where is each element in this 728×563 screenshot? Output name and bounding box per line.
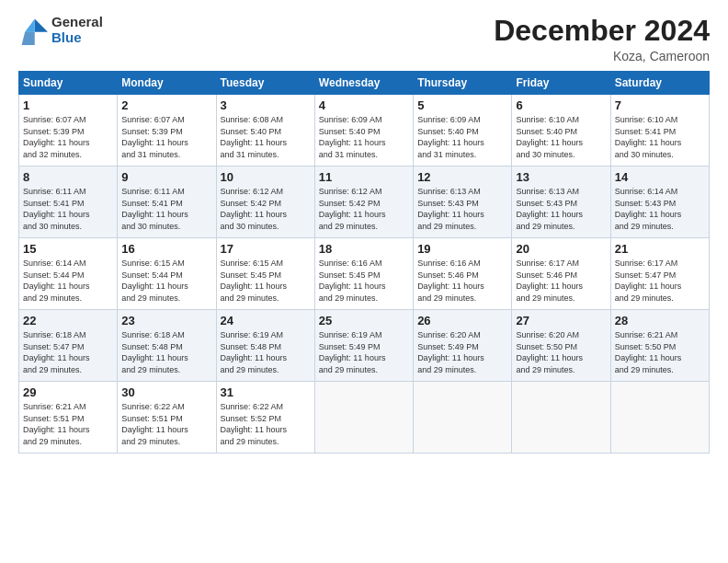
- day-info: Sunrise: 6:11 AMSunset: 5:41 PMDaylight:…: [121, 186, 211, 232]
- day-info: Sunrise: 6:14 AMSunset: 5:43 PMDaylight:…: [615, 186, 705, 232]
- calendar-cell: 19Sunrise: 6:16 AMSunset: 5:46 PMDayligh…: [414, 238, 512, 310]
- col-wednesday: Wednesday: [314, 72, 413, 95]
- col-sunday: Sunday: [19, 72, 118, 95]
- calendar-cell: 1Sunrise: 6:07 AMSunset: 5:39 PMDaylight…: [19, 95, 118, 167]
- calendar-cell: 27Sunrise: 6:20 AMSunset: 5:50 PMDayligh…: [512, 310, 610, 382]
- calendar-cell: 31Sunrise: 6:22 AMSunset: 5:52 PMDayligh…: [216, 382, 314, 454]
- calendar-cell: 25Sunrise: 6:19 AMSunset: 5:49 PMDayligh…: [314, 310, 413, 382]
- day-number: 23: [121, 314, 211, 327]
- calendar-cell: 9Sunrise: 6:11 AMSunset: 5:41 PMDaylight…: [118, 167, 216, 238]
- day-info: Sunrise: 6:15 AMSunset: 5:45 PMDaylight:…: [221, 258, 311, 304]
- svg-marker-1: [25, 18, 35, 31]
- day-info: Sunrise: 6:16 AMSunset: 5:46 PMDaylight:…: [417, 258, 507, 304]
- calendar-cell: [610, 382, 709, 454]
- location: Koza, Cameroon: [494, 49, 710, 63]
- calendar-week-row: 29Sunrise: 6:21 AMSunset: 5:51 PMDayligh…: [19, 382, 710, 454]
- calendar-cell: 18Sunrise: 6:16 AMSunset: 5:45 PMDayligh…: [314, 238, 413, 310]
- calendar-cell: 11Sunrise: 6:12 AMSunset: 5:42 PMDayligh…: [314, 167, 413, 238]
- day-number: 30: [121, 385, 211, 399]
- calendar-cell: 13Sunrise: 6:13 AMSunset: 5:43 PMDayligh…: [512, 167, 610, 238]
- day-number: 12: [417, 170, 507, 184]
- day-info: Sunrise: 6:18 AMSunset: 5:48 PMDaylight:…: [121, 329, 211, 375]
- calendar-cell: 24Sunrise: 6:19 AMSunset: 5:48 PMDayligh…: [216, 310, 314, 382]
- day-info: Sunrise: 6:17 AMSunset: 5:47 PMDaylight:…: [615, 258, 705, 304]
- calendar-week-row: 22Sunrise: 6:18 AMSunset: 5:47 PMDayligh…: [19, 310, 710, 382]
- day-info: Sunrise: 6:17 AMSunset: 5:46 PMDaylight:…: [516, 258, 606, 304]
- day-number: 7: [615, 98, 705, 112]
- day-info: Sunrise: 6:21 AMSunset: 5:51 PMDaylight:…: [23, 401, 113, 447]
- day-info: Sunrise: 6:08 AMSunset: 5:40 PMDaylight:…: [221, 114, 311, 160]
- day-info: Sunrise: 6:22 AMSunset: 5:51 PMDaylight:…: [121, 401, 211, 447]
- day-number: 2: [121, 98, 211, 112]
- col-thursday: Thursday: [414, 72, 512, 95]
- day-info: Sunrise: 6:07 AMSunset: 5:39 PMDaylight:…: [23, 114, 113, 160]
- day-number: 10: [221, 170, 311, 184]
- calendar-week-row: 8Sunrise: 6:11 AMSunset: 5:41 PMDaylight…: [19, 167, 710, 238]
- calendar-cell: 16Sunrise: 6:15 AMSunset: 5:44 PMDayligh…: [118, 238, 216, 310]
- day-number: 9: [121, 170, 211, 184]
- calendar-cell: [314, 382, 413, 454]
- calendar-cell: 10Sunrise: 6:12 AMSunset: 5:42 PMDayligh…: [216, 167, 314, 238]
- day-number: 25: [319, 314, 409, 327]
- day-number: 6: [516, 98, 606, 112]
- day-number: 16: [121, 242, 211, 256]
- day-number: 28: [615, 314, 705, 327]
- header-row: Sunday Monday Tuesday Wednesday Thursday…: [19, 72, 710, 95]
- day-number: 15: [23, 242, 113, 256]
- col-saturday: Saturday: [610, 72, 709, 95]
- day-number: 11: [319, 170, 409, 184]
- day-number: 1: [23, 98, 113, 112]
- day-info: Sunrise: 6:12 AMSunset: 5:42 PMDaylight:…: [221, 186, 311, 232]
- day-info: Sunrise: 6:20 AMSunset: 5:50 PMDaylight:…: [516, 329, 606, 375]
- day-number: 31: [221, 385, 311, 399]
- calendar-cell: 26Sunrise: 6:20 AMSunset: 5:49 PMDayligh…: [414, 310, 512, 382]
- col-tuesday: Tuesday: [216, 72, 314, 95]
- day-info: Sunrise: 6:21 AMSunset: 5:50 PMDaylight:…: [615, 329, 705, 375]
- calendar-cell: 7Sunrise: 6:10 AMSunset: 5:41 PMDaylight…: [610, 95, 709, 167]
- day-number: 3: [221, 98, 311, 112]
- calendar-cell: 17Sunrise: 6:15 AMSunset: 5:45 PMDayligh…: [216, 238, 314, 310]
- calendar-cell: 3Sunrise: 6:08 AMSunset: 5:40 PMDaylight…: [216, 95, 314, 167]
- calendar-week-row: 15Sunrise: 6:14 AMSunset: 5:44 PMDayligh…: [19, 238, 710, 310]
- logo-icon: [18, 16, 48, 45]
- day-number: 21: [615, 242, 705, 256]
- calendar-cell: 29Sunrise: 6:21 AMSunset: 5:51 PMDayligh…: [19, 382, 118, 454]
- calendar-cell: 15Sunrise: 6:14 AMSunset: 5:44 PMDayligh…: [19, 238, 118, 310]
- day-number: 5: [417, 98, 507, 112]
- calendar-cell: 2Sunrise: 6:07 AMSunset: 5:39 PMDaylight…: [118, 95, 216, 167]
- day-info: Sunrise: 6:18 AMSunset: 5:47 PMDaylight:…: [23, 329, 113, 375]
- col-monday: Monday: [118, 72, 216, 95]
- day-number: 8: [23, 170, 113, 184]
- calendar-cell: 28Sunrise: 6:21 AMSunset: 5:50 PMDayligh…: [610, 310, 709, 382]
- day-number: 19: [417, 242, 507, 256]
- calendar-cell: 14Sunrise: 6:14 AMSunset: 5:43 PMDayligh…: [610, 167, 709, 238]
- day-info: Sunrise: 6:10 AMSunset: 5:40 PMDaylight:…: [516, 114, 606, 160]
- day-info: Sunrise: 6:19 AMSunset: 5:49 PMDaylight:…: [319, 329, 409, 375]
- day-info: Sunrise: 6:13 AMSunset: 5:43 PMDaylight:…: [516, 186, 606, 232]
- calendar-week-row: 1Sunrise: 6:07 AMSunset: 5:39 PMDaylight…: [19, 95, 710, 167]
- calendar-cell: 5Sunrise: 6:09 AMSunset: 5:40 PMDaylight…: [414, 95, 512, 167]
- day-info: Sunrise: 6:15 AMSunset: 5:44 PMDaylight:…: [121, 258, 211, 304]
- day-info: Sunrise: 6:19 AMSunset: 5:48 PMDaylight:…: [221, 329, 311, 375]
- day-number: 4: [319, 98, 409, 112]
- day-info: Sunrise: 6:13 AMSunset: 5:43 PMDaylight:…: [417, 186, 507, 232]
- day-info: Sunrise: 6:12 AMSunset: 5:42 PMDaylight:…: [319, 186, 409, 232]
- svg-marker-2: [22, 31, 35, 44]
- day-info: Sunrise: 6:14 AMSunset: 5:44 PMDaylight:…: [23, 258, 113, 304]
- calendar-cell: 6Sunrise: 6:10 AMSunset: 5:40 PMDaylight…: [512, 95, 610, 167]
- logo-blue: Blue: [51, 30, 103, 46]
- calendar-cell: [414, 382, 512, 454]
- day-number: 14: [615, 170, 705, 184]
- title-area: December 2024 Koza, Cameroon: [494, 15, 710, 63]
- calendar-cell: 22Sunrise: 6:18 AMSunset: 5:47 PMDayligh…: [19, 310, 118, 382]
- calendar-cell: 23Sunrise: 6:18 AMSunset: 5:48 PMDayligh…: [118, 310, 216, 382]
- calendar-table: Sunday Monday Tuesday Wednesday Thursday…: [18, 71, 710, 454]
- day-number: 17: [221, 242, 311, 256]
- calendar-cell: [512, 382, 610, 454]
- day-info: Sunrise: 6:09 AMSunset: 5:40 PMDaylight:…: [319, 114, 409, 160]
- day-number: 18: [319, 242, 409, 256]
- logo-text: General Blue: [51, 15, 103, 45]
- day-info: Sunrise: 6:20 AMSunset: 5:49 PMDaylight:…: [417, 329, 507, 375]
- calendar-cell: 12Sunrise: 6:13 AMSunset: 5:43 PMDayligh…: [414, 167, 512, 238]
- day-info: Sunrise: 6:10 AMSunset: 5:41 PMDaylight:…: [615, 114, 705, 160]
